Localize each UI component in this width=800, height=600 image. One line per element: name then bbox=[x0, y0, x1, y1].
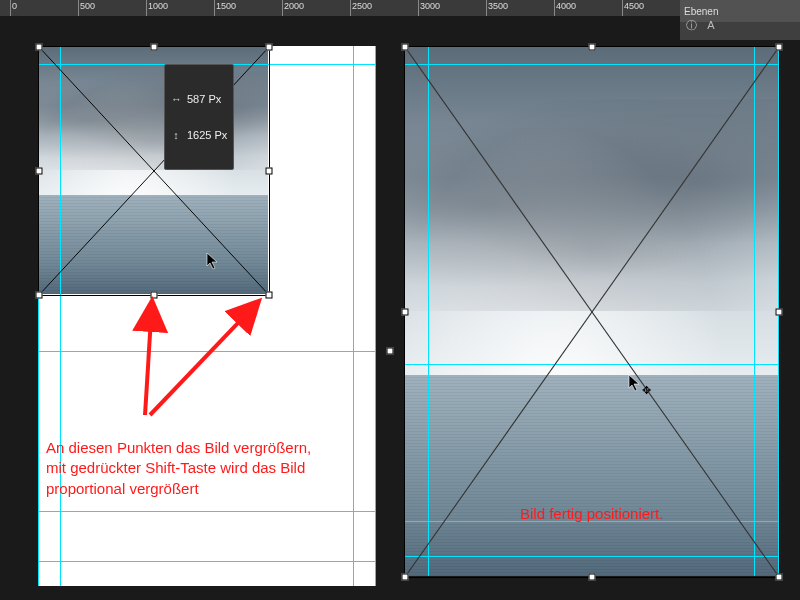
transform-handle-e[interactable] bbox=[387, 348, 394, 355]
guide-horizontal[interactable] bbox=[38, 351, 375, 352]
transform-handle-se[interactable] bbox=[776, 574, 783, 581]
transform-handle-e[interactable] bbox=[776, 309, 783, 316]
guide-vertical[interactable] bbox=[375, 46, 376, 586]
height-value: 1625 Px bbox=[187, 129, 227, 141]
transform-handle-ne[interactable] bbox=[266, 44, 273, 51]
transform-diagonals bbox=[405, 47, 779, 577]
panels-sidebar: Ebenen ⓘ A bbox=[680, 0, 800, 40]
annotation-right: Bild fertig positioniert. bbox=[520, 504, 663, 524]
transform-handle-nw[interactable] bbox=[402, 44, 409, 51]
guide-horizontal[interactable] bbox=[38, 561, 375, 562]
transform-handle-w[interactable] bbox=[402, 309, 409, 316]
ruler-label: 2000 bbox=[284, 1, 304, 11]
ruler-tick bbox=[486, 0, 487, 16]
ruler-tick bbox=[350, 0, 351, 16]
transform-diagonals bbox=[39, 47, 269, 295]
ruler-tick bbox=[622, 0, 623, 16]
cursor-move: ✥ bbox=[628, 374, 642, 392]
ruler-label: 1500 bbox=[216, 1, 236, 11]
transform-box-left[interactable] bbox=[38, 46, 270, 296]
ruler-label: 2500 bbox=[352, 1, 372, 11]
transform-handle-s[interactable] bbox=[151, 292, 158, 299]
transform-handle-se[interactable] bbox=[266, 292, 273, 299]
ruler-label: 3500 bbox=[488, 1, 508, 11]
ruler-tick bbox=[146, 0, 147, 16]
info-icon[interactable]: ⓘ bbox=[684, 18, 698, 32]
ruler-label: 4000 bbox=[556, 1, 576, 11]
ruler-tick bbox=[554, 0, 555, 16]
transform-handle-w[interactable] bbox=[36, 168, 43, 175]
cursor-arrow bbox=[206, 252, 220, 270]
transform-box-right[interactable] bbox=[404, 46, 780, 578]
ruler-tick bbox=[282, 0, 283, 16]
transform-handle-n[interactable] bbox=[151, 44, 158, 51]
ruler-label: 1000 bbox=[148, 1, 168, 11]
ruler-label: 0 bbox=[12, 1, 17, 11]
workspace: ↔ 587 Px ↕ 1625 Px bbox=[0, 16, 800, 600]
ruler-tick bbox=[214, 0, 215, 16]
guide-horizontal[interactable] bbox=[38, 511, 375, 512]
text-icon[interactable]: A bbox=[704, 18, 718, 32]
ruler-tick bbox=[10, 0, 11, 16]
ruler-label: 4500 bbox=[624, 1, 644, 11]
guide-vertical[interactable] bbox=[353, 46, 354, 586]
transform-dimensions-tooltip: ↔ 587 Px ↕ 1625 Px bbox=[164, 64, 234, 170]
ruler-tick bbox=[78, 0, 79, 16]
transform-handle-e[interactable] bbox=[266, 168, 273, 175]
transform-handle-n[interactable] bbox=[589, 44, 596, 51]
ruler-tick bbox=[418, 0, 419, 16]
ruler-label: 3000 bbox=[420, 1, 440, 11]
annotation-left: An diesen Punkten das Bild vergrößern, m… bbox=[46, 438, 376, 499]
transform-handle-nw[interactable] bbox=[36, 44, 43, 51]
width-value: 587 Px bbox=[187, 93, 221, 105]
transform-handle-sw[interactable] bbox=[402, 574, 409, 581]
ruler-label: 500 bbox=[80, 1, 95, 11]
transform-handle-sw[interactable] bbox=[36, 292, 43, 299]
panel-tab-layers[interactable]: Ebenen bbox=[684, 6, 718, 17]
height-icon: ↕ bbox=[171, 129, 181, 141]
width-icon: ↔ bbox=[171, 93, 181, 105]
transform-handle-s[interactable] bbox=[589, 574, 596, 581]
move-icon: ✥ bbox=[642, 384, 651, 397]
transform-handle-ne[interactable] bbox=[776, 44, 783, 51]
